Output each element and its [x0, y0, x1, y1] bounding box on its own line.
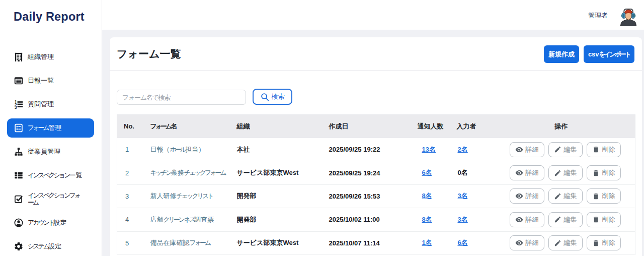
- svg-text:3: 3: [15, 104, 17, 109]
